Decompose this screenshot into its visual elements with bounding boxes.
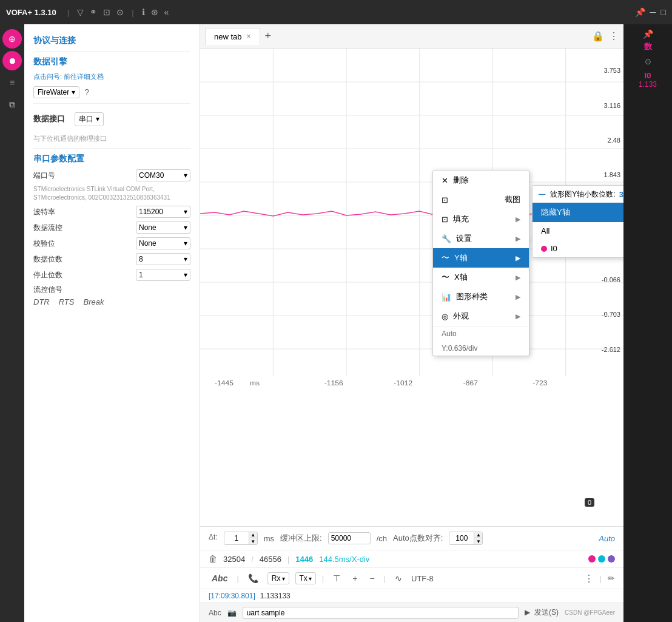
tab-newtab[interactable]: new tab ×: [205, 28, 260, 45]
yaxis-decimal-value: 3: [619, 190, 623, 199]
send-label[interactable]: ▶ 发送(S): [525, 607, 559, 618]
engine-dropdown[interactable]: FireWater ▾: [33, 86, 79, 98]
tab-add-btn[interactable]: +: [265, 30, 272, 42]
dtr-label[interactable]: DTR: [33, 297, 50, 306]
sidebar-icons: ⊕ ⏺ ≡ ⧉: [0, 24, 24, 622]
interface-dropdown[interactable]: 串口 ▾: [75, 112, 104, 126]
tx-dropdown[interactable]: Tx ▾: [295, 572, 316, 584]
toolbar-icon-4[interactable]: ⊙: [116, 7, 124, 17]
uart-input[interactable]: [243, 607, 519, 619]
parity-dropdown[interactable]: None ▾: [136, 237, 190, 249]
right-icon2[interactable]: ⊙: [645, 57, 651, 66]
plus-icon[interactable]: +: [349, 572, 360, 585]
sidebar-record-btn[interactable]: ⏺: [2, 51, 22, 70]
xaxis-label: X轴: [454, 272, 468, 283]
more-tab-icon[interactable]: ⋮: [609, 30, 619, 42]
toolbar-icon-7[interactable]: «: [164, 7, 169, 17]
sidebar-protocol-btn[interactable]: ⊕: [2, 29, 22, 49]
menu-item-chart-type[interactable]: 📊 图形种类 ▶: [433, 287, 529, 306]
abc-btn[interactable]: Abc: [209, 572, 230, 585]
submenu: ─ 波形图Y轴小数位数: 3 + 隐藏Y轴 All I0: [532, 185, 623, 258]
auto-points-stepper[interactable]: ▲ ▼: [449, 532, 483, 545]
rx-dropdown[interactable]: Rx ▾: [267, 572, 289, 584]
sidebar-layers-btn[interactable]: ⧉: [2, 95, 22, 114]
phone-icon[interactable]: 📞: [245, 572, 261, 585]
minimize-button[interactable]: ─: [650, 7, 656, 17]
wave-icon[interactable]: ∿: [392, 572, 405, 585]
flow-label: 数据流控: [33, 223, 62, 233]
data-bits-dropdown[interactable]: 8 ▾: [136, 253, 190, 265]
channel-dot-purple[interactable]: [608, 555, 615, 563]
status-icon-2[interactable]: 📷: [227, 609, 237, 617]
bottom-row2: 🗑 32504 / 46556 | 1446 144.5ms/X-div: [200, 550, 623, 568]
per-ch: /ch: [377, 534, 387, 543]
delta-up[interactable]: ▲: [249, 532, 257, 538]
auto-points-up[interactable]: ▲: [474, 532, 482, 538]
signal-row: DTR RTS Break: [33, 297, 190, 306]
submenu-io[interactable]: I0: [533, 240, 623, 257]
menu-item-screenshot[interactable]: ⊡ 截图: [433, 190, 529, 209]
appearance-label: 外观: [453, 311, 469, 322]
erase-btn[interactable]: ✏: [608, 573, 615, 583]
menu-item-fill[interactable]: ⊡ 填充 ▶: [433, 209, 529, 229]
trash-btn[interactable]: 🗑: [209, 554, 217, 564]
yaxis-decimal-label: 波形图Y轴小数位数:: [550, 189, 615, 200]
tab-close-btn[interactable]: ×: [247, 32, 251, 41]
svg-text:-723: -723: [533, 380, 547, 387]
submenu-all[interactable]: All: [533, 222, 623, 240]
delta-input[interactable]: [224, 533, 249, 544]
auto-points-input[interactable]: [449, 533, 474, 544]
interface-desc: 与下位机通信的物理接口: [33, 134, 190, 143]
menu-item-delete[interactable]: ✕ 删除: [433, 171, 529, 190]
doc-link[interactable]: 点击问号: 前往详细文档: [33, 72, 190, 81]
toolbar-icon-3[interactable]: ⊡: [103, 7, 110, 17]
settings-arrow: ▶: [516, 235, 520, 243]
lock-icon[interactable]: 🔒: [592, 30, 604, 42]
settings-icon: 🔧: [442, 234, 451, 243]
auto-points-down[interactable]: ▼: [474, 538, 482, 544]
submenu-hide-y[interactable]: 隐藏Y轴: [533, 203, 623, 222]
num2: 46556: [260, 555, 281, 564]
help-btn[interactable]: ?: [84, 87, 89, 97]
port-dropdown[interactable]: COM30 ▾: [136, 169, 190, 181]
minus-icon[interactable]: −: [366, 572, 377, 585]
align-icon[interactable]: ⊤: [330, 572, 343, 585]
chart-container: 3.753 3.116 2.48 1.843 1.207 0.57 -0.066…: [200, 49, 623, 526]
buffer-input[interactable]: [328, 532, 371, 544]
left-panel: 协议与连接 数据引擎 点击问号: 前往详细文档 FireWater ▾ ? 数据…: [24, 24, 200, 622]
menu-item-appearance[interactable]: ◎ 外观 ▶: [433, 306, 529, 326]
io-label: I0: [551, 244, 557, 253]
delta-down[interactable]: ▼: [249, 538, 257, 544]
delete-icon: ✕: [442, 176, 448, 185]
break-label[interactable]: Break: [83, 297, 104, 306]
toolbar-icon-2[interactable]: ⚭: [90, 7, 97, 17]
rts-label[interactable]: RTS: [59, 297, 75, 306]
toolbar-icon-5[interactable]: ℹ: [142, 7, 145, 17]
flow-dropdown[interactable]: None ▾: [136, 221, 190, 234]
toolbar-icon-6[interactable]: ⊛: [151, 7, 158, 17]
status-bar: Abc 📷 ▶ 发送(S) CSDN @FPGAeer: [200, 603, 623, 622]
delta-stepper[interactable]: ▲ ▼: [224, 532, 258, 545]
baud-row: 波特率 115200 ▾: [33, 206, 190, 218]
right-pin-icon[interactable]: 📌: [643, 29, 653, 39]
auto-btn[interactable]: Auto: [599, 534, 615, 543]
status-icon-1[interactable]: Abc: [209, 609, 221, 617]
baud-dropdown[interactable]: 115200 ▾: [136, 206, 190, 218]
pin-button[interactable]: 📌: [635, 7, 645, 17]
stop-bits-dropdown[interactable]: 1 ▾: [136, 269, 190, 281]
toolbar-more-btn[interactable]: ⋮: [584, 573, 594, 584]
serial-config-title: 串口参数配置: [33, 154, 190, 164]
menu-item-xaxis[interactable]: 〜 X轴 ▶: [433, 268, 529, 287]
maximize-button[interactable]: □: [661, 7, 666, 17]
y-div-label: Y:0.636/div: [433, 341, 529, 356]
right-panel: 📌 数 ⊙ I0 1.133: [623, 24, 672, 622]
sidebar-grid-btn[interactable]: ≡: [2, 73, 22, 92]
menu-item-settings[interactable]: 🔧 设置 ▶: [433, 229, 529, 248]
svg-text:-1445: -1445: [215, 380, 234, 387]
app-title: VOFA+ 1.3.10: [6, 8, 56, 17]
parity-row: 校验位 None ▾: [33, 237, 190, 249]
menu-item-yaxis[interactable]: 〜 Y轴 ▶: [433, 248, 529, 268]
toolbar-icon-1[interactable]: ▽: [77, 7, 84, 17]
channel-dot-teal[interactable]: [598, 555, 605, 563]
channel-dot-red[interactable]: [588, 555, 596, 563]
